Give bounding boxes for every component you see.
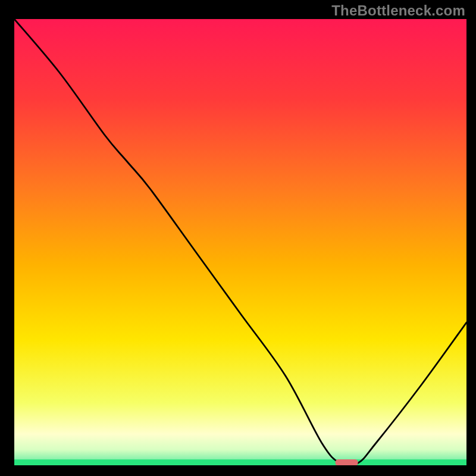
green-floor-band <box>14 459 466 465</box>
gradient-background <box>14 19 466 465</box>
optimal-marker <box>336 459 358 466</box>
chart-canvas <box>0 0 476 476</box>
chart-frame: TheBottleneck.com <box>0 0 476 476</box>
